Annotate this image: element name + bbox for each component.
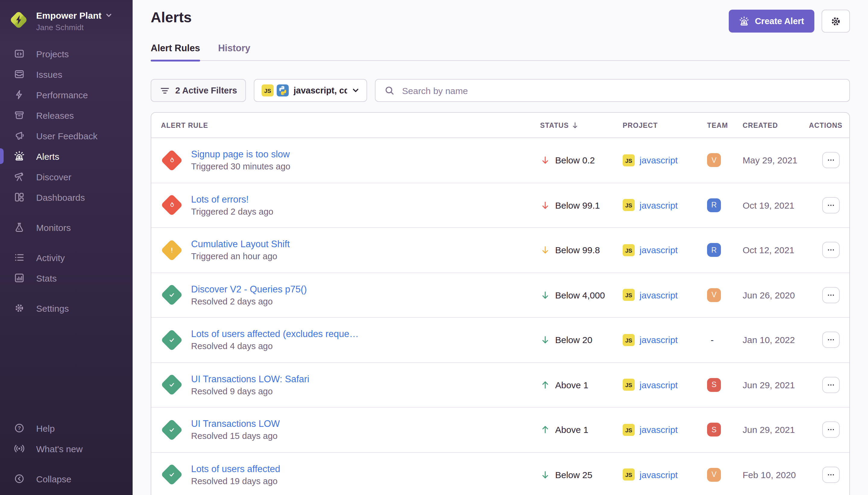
team-none: - [707,335,714,345]
team-cell: R [707,198,743,212]
row-actions-button[interactable] [822,467,840,483]
alerts-settings-button[interactable] [821,10,850,33]
alert-rule-link[interactable]: UI Transactions LOW: Safari [191,374,309,385]
column-header-status[interactable]: Status [540,121,623,129]
sidebar-item-what-s-new[interactable]: What's new [0,438,133,459]
actions-cell [809,287,849,303]
status-value: Below 25 [555,470,592,480]
search-icon [384,85,395,96]
severity-diamond [160,418,184,442]
alert-rule-cell: Discover V2 - Queries p75()Resolved 2 da… [151,283,540,307]
sidebar-item-label: Performance [36,89,88,100]
alert-rule-cell: UI Transactions LOWResolved 15 days ago [151,418,540,442]
tab-history[interactable]: History [218,43,250,60]
alert-rule-cell: Lots of users affected (excludes reque…R… [151,328,540,352]
flask-icon [14,222,25,233]
alert-rule-link[interactable]: Lots of users affected (excludes reque… [191,329,359,340]
dots-icon [827,156,835,165]
row-actions-button[interactable] [822,242,840,258]
alert-rule-link[interactable]: Discover V2 - Queries p75() [191,284,307,295]
sidebar-item-dashboards[interactable]: Dashboards [0,187,133,207]
created-cell: May 29, 2021 [743,155,809,166]
project-link[interactable]: javascript [640,155,678,166]
row-actions-button[interactable] [822,377,840,393]
org-switcher[interactable]: Empower Plant Jane Schmidt [0,0,133,44]
project-link[interactable]: javascript [640,425,678,435]
project-selector[interactable]: JS javascript, cdc [254,79,367,102]
row-actions-button[interactable] [822,422,840,438]
active-filters-button[interactable]: 2 Active Filters [151,79,246,102]
header-actions: Create Alert [729,10,850,33]
row-actions-button[interactable] [822,152,840,169]
sidebar-item-collapse[interactable]: Collapse [0,468,133,489]
team-cell: S [707,423,743,437]
status-cell: Below 4,000 [540,290,623,300]
sidebar-item-help[interactable]: ?Help [0,418,133,438]
project-link[interactable]: javascript [640,380,678,390]
alert-rule-link[interactable]: Lots of users affected [191,464,280,475]
alert-rule-link[interactable]: UI Transactions LOW [191,419,280,430]
project-link[interactable]: javascript [640,290,678,300]
table-row: Lots of users affectedResolved 19 days a… [151,453,849,495]
sidebar-item-label: User Feedback [36,131,97,141]
actions-cell [809,332,849,348]
sidebar-item-label: Releases [36,110,74,120]
row-actions-button[interactable] [822,332,840,348]
column-header-alert-rule[interactable]: Alert Rule [151,121,540,129]
check-icon [168,381,176,389]
arrow-down-icon [540,155,550,166]
team-avatar: R [707,243,721,257]
rule-text: Lots of errors!Triggered 2 days ago [191,194,273,217]
python-icon [277,84,289,97]
project-link[interactable]: javascript [640,200,678,210]
dots-icon [827,470,835,479]
column-header-project[interactable]: Project [623,121,707,129]
sidebar-item-label: Discover [36,172,71,182]
column-header-team[interactable]: Team [707,121,743,129]
column-label: Alert Rule [161,121,208,129]
column-header-created[interactable]: Created [743,121,809,129]
dots-icon [827,201,835,210]
sidebar-item-settings[interactable]: Settings [0,298,133,318]
project-cell: JSjavascript [623,154,707,166]
project-cell: JSjavascript [623,424,707,436]
project-link[interactable]: javascript [640,335,678,345]
sidebar-item-releases[interactable]: Releases [0,105,133,125]
sidebar-item-user-feedback[interactable]: User Feedback [0,125,133,146]
sidebar-item-label: Dashboards [36,192,85,202]
alert-rule-link[interactable]: Lots of errors! [191,194,273,205]
telescope-icon [14,171,25,182]
status-cell: Below 0.2 [540,155,623,166]
sidebar-item-label: What's new [36,443,83,454]
alert-rule-link[interactable]: Signup page is too slow [191,149,290,160]
dots-icon [827,425,835,434]
sidebar-item-stats[interactable]: Stats [0,268,133,288]
alert-rules-table: Alert RuleStatusProjectTeamCreatedAction… [151,112,850,495]
svg-text:JS: JS [625,427,632,433]
create-alert-button[interactable]: Create Alert [729,10,814,33]
sidebar-item-alerts[interactable]: Alerts [0,146,133,166]
sidebar-item-discover[interactable]: Discover [0,166,133,187]
sidebar-item-performance[interactable]: Performance [0,84,133,105]
tab-alert-rules[interactable]: Alert Rules [151,43,200,60]
row-actions-button[interactable] [822,197,840,214]
sidebar-item-projects[interactable]: Projects [0,44,133,64]
status-cell: Above 1 [540,425,623,435]
column-header-actions[interactable]: Actions [809,121,849,129]
sidebar-item-label: Stats [36,273,57,283]
sidebar-group: Settings [0,298,133,318]
sidebar-group: ProjectsIssuesPerformanceReleasesUser Fe… [0,44,133,207]
sidebar-item-monitors[interactable]: Monitors [0,217,133,238]
sidebar-item-issues[interactable]: Issues [0,64,133,84]
project-link[interactable]: javascript [640,245,678,255]
alert-rule-link[interactable]: Cumulative Layout Shift [191,239,290,250]
status-value: Above 1 [555,380,588,390]
status-cell: Below 99.8 [540,245,623,255]
row-actions-button[interactable] [822,287,840,303]
project-link[interactable]: javascript [640,470,678,480]
column-label: Status [540,121,569,129]
search-input[interactable] [401,85,841,96]
empower-plant-logo [8,10,29,30]
sidebar-item-activity[interactable]: Activity [0,247,133,268]
status-cell: Above 1 [540,380,623,390]
